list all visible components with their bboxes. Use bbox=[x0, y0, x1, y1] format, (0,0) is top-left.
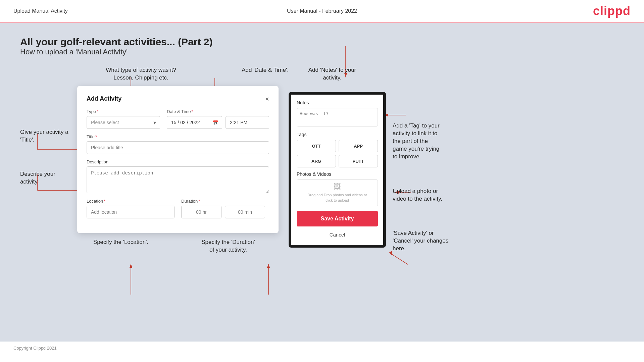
svg-marker-16 bbox=[267, 264, 270, 268]
location-group: Location* bbox=[87, 199, 175, 218]
datetime-inputs: 📅 bbox=[167, 116, 269, 129]
duration-min-input[interactable] bbox=[225, 206, 265, 218]
footer: Copyright Clippd 2021 bbox=[0, 342, 644, 355]
notes-textarea[interactable] bbox=[297, 108, 378, 126]
top-bar: Upload Manual Activity User Manual - Feb… bbox=[0, 0, 644, 22]
location-duration-row: Location* Duration* bbox=[87, 199, 269, 218]
ann-tag: Add a 'Tag' to your activity to link it … bbox=[393, 122, 473, 161]
tag-app[interactable]: APP bbox=[339, 140, 378, 152]
page-title-sub: How to upload a 'Manual Activity' bbox=[20, 48, 624, 56]
ann-location: Specify the 'Location'. bbox=[84, 239, 158, 254]
modal-header: Add Activity × bbox=[87, 95, 269, 102]
page-title-main: All your golf-relevant activities... (Pa… bbox=[20, 36, 624, 48]
location-input[interactable] bbox=[87, 206, 175, 218]
tag-ott[interactable]: OTT bbox=[297, 140, 336, 152]
tag-arg[interactable]: ARG bbox=[297, 155, 336, 167]
type-select[interactable]: Please select bbox=[87, 116, 160, 129]
calendar-icon: 📅 bbox=[212, 119, 219, 126]
title-group: Title* bbox=[87, 134, 269, 154]
modal-title: Add Activity bbox=[87, 95, 121, 102]
manual-label: User Manual - February 2022 bbox=[287, 8, 357, 14]
tag-putt[interactable]: PUTT bbox=[339, 155, 378, 167]
page-label: Upload Manual Activity bbox=[13, 8, 68, 14]
description-label: Description bbox=[87, 159, 269, 164]
bottom-annotations: Specify the 'Location'. Specify the 'Dur… bbox=[77, 233, 279, 254]
time-input[interactable] bbox=[226, 116, 269, 129]
right-annotations: Add a 'Tag' to your activity to link it … bbox=[393, 92, 480, 253]
ann-save: 'Save Activity' or 'Cancel' your changes… bbox=[393, 229, 480, 253]
modal-area: What type of activity was it? Lesson, Ch… bbox=[77, 66, 279, 254]
description-group: Description bbox=[87, 159, 269, 193]
description-textarea[interactable] bbox=[87, 166, 269, 193]
location-label: Location* bbox=[87, 199, 175, 204]
ann-describe: Describe your activity. bbox=[20, 170, 70, 186]
photos-upload-area[interactable]: 🖼 Drag and Drop photos and videos or cli… bbox=[297, 179, 378, 206]
ann-activity-type: What type of activity was it? Lesson, Ch… bbox=[104, 66, 178, 83]
cancel-button[interactable]: Cancel bbox=[297, 230, 378, 240]
phone-mockup: Notes Tags OTT APP ARG PUTT Photos & Vid… bbox=[289, 92, 386, 248]
ann-photo: Upload a photo or video to the activity. bbox=[393, 188, 473, 203]
add-activity-modal: Add Activity × Type* Please select bbox=[77, 86, 279, 233]
title-label: Title* bbox=[87, 134, 269, 139]
main-content: All your golf-relevant activities... (Pa… bbox=[0, 23, 644, 342]
photos-label: Photos & Videos bbox=[297, 171, 378, 177]
ann-notes: Add 'Notes' to your activity. bbox=[289, 66, 376, 82]
type-select-wrapper: Please select bbox=[87, 116, 160, 129]
title-input[interactable] bbox=[87, 141, 269, 154]
type-label: Type* bbox=[87, 109, 160, 114]
close-button[interactable]: × bbox=[265, 96, 269, 102]
datetime-group: Date & Time* 📅 bbox=[167, 109, 269, 129]
date-input-wrapper: 📅 bbox=[167, 116, 222, 129]
tags-label: Tags bbox=[297, 132, 378, 137]
duration-group: Duration* bbox=[181, 199, 269, 218]
duration-label: Duration* bbox=[181, 199, 269, 204]
duration-hr-input[interactable] bbox=[181, 206, 221, 218]
duration-inputs bbox=[181, 206, 269, 218]
title-row: Title* bbox=[87, 134, 269, 154]
description-row: Description bbox=[87, 159, 269, 193]
left-annotations: Give your activity a 'Title'. Describe y… bbox=[20, 66, 77, 70]
ann-duration: Specify the 'Duration' of your activity. bbox=[185, 239, 272, 254]
type-group: Type* Please select bbox=[87, 109, 160, 129]
save-activity-button[interactable]: Save Activity bbox=[297, 211, 378, 226]
ann-title: Give your activity a 'Title'. bbox=[20, 128, 74, 144]
page-title-block: All your golf-relevant activities... (Pa… bbox=[20, 36, 624, 56]
notes-label: Notes bbox=[297, 100, 378, 105]
svg-marker-13 bbox=[130, 264, 132, 268]
svg-line-23 bbox=[389, 253, 408, 264]
upload-icon: 🖼 bbox=[334, 183, 341, 191]
clippd-logo: clippd bbox=[593, 4, 631, 18]
right-area: Add 'Notes' to your activity. Notes Tags… bbox=[289, 66, 480, 253]
copyright: Copyright Clippd 2021 bbox=[13, 346, 57, 351]
upload-text: Drag and Drop photos and videos or click… bbox=[307, 193, 367, 203]
type-datetime-row: Type* Please select Date & Time* bbox=[87, 109, 269, 129]
tags-grid: OTT APP ARG PUTT bbox=[297, 140, 378, 167]
datetime-label: Date & Time* bbox=[167, 109, 269, 114]
phone-area: Notes Tags OTT APP ARG PUTT Photos & Vid… bbox=[289, 92, 480, 253]
